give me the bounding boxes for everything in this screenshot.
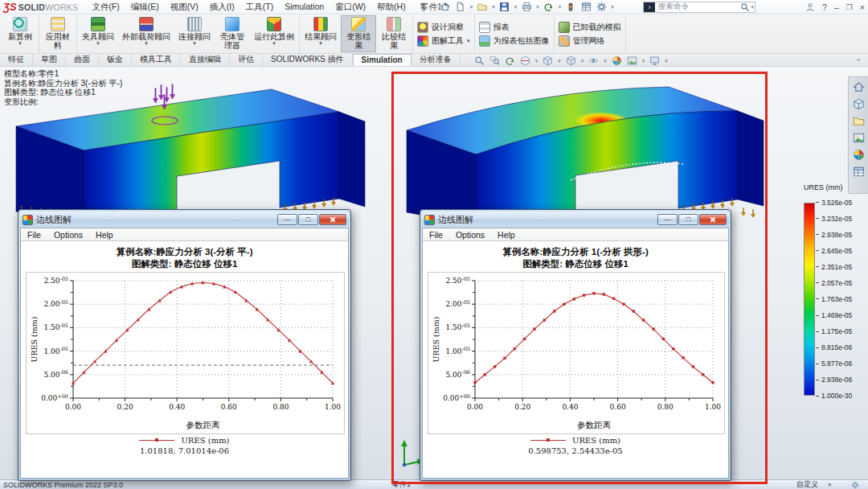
compare-results-button[interactable]: 比较结 果 [376,15,411,52]
view-settings-monitor-icon[interactable] [649,55,661,66]
fixtures-advisor-button[interactable]: 夹具顾问▾ [78,15,118,52]
menu-插入I[interactable]: 插入(I) [204,1,240,14]
menu-帮助H[interactable]: 帮助(H) [371,1,411,14]
restore-button[interactable]: ❐ [846,3,853,11]
connections-advisor-button[interactable]: 连接顾问▾ [174,15,215,52]
plot-tools-button[interactable]: 图解工具▾ [417,35,470,47]
new-study-button[interactable]: 新算例▾ [2,15,38,52]
manage-network-button[interactable]: 管理网络 [559,35,621,47]
fea-model-arched-beam[interactable] [395,71,773,232]
caret-icon: ▾ [665,58,668,64]
home-icon[interactable] [851,80,866,95]
undo-icon[interactable] [542,2,555,13]
appearances-icon[interactable] [851,130,866,146]
tab-草图[interactable]: 草图 [33,53,66,66]
tab-评估[interactable]: 评估 [230,53,263,66]
zoom-fit-icon[interactable] [473,55,485,66]
design-insight-button[interactable]: 设计洞察 [417,22,470,33]
apply-material-button[interactable]: 应用材 料 [40,15,76,52]
dialog-title-bar[interactable]: 边线图解 — □ ✕ [20,212,349,228]
button-label: 已卸载的模拟 [573,22,621,33]
design-library-icon[interactable] [851,97,866,112]
menu-Simulation[interactable]: Simulation [279,1,330,14]
shell-manager-button[interactable]: 壳体管 理器 [215,15,250,52]
search-magnifier-icon[interactable] [740,2,750,12]
dialog-menu-options[interactable]: Options [47,230,89,240]
button-label: 设计洞察 [432,22,464,33]
tab-分析准备[interactable]: 分析准备 [411,53,461,66]
help-button[interactable]: ? [822,2,827,12]
result-color-legend[interactable]: URES (mm) 3.526e-053.232e-052.938e-052.6… [804,183,852,400]
search-input[interactable]: 搜索命令 [655,2,740,12]
dialog-menu-help[interactable]: Help [89,230,120,240]
rebuild-icon[interactable] [564,2,577,13]
tab-直接编辑[interactable]: 直接编辑 [181,53,230,66]
dialog-title-bar[interactable]: 边线图解 — □ ✕ [422,212,729,228]
probe-plot-dialog-left[interactable]: 边线图解 — □ ✕ FileOptionsHelp 算例名称:静应力分析 3(… [18,209,351,481]
close-button[interactable]: ✕ [319,214,346,225]
button-label: 比较结 果 [382,32,406,50]
caret-icon[interactable]: ▾ [828,482,831,488]
search-box[interactable]: › 搜索命令 ▾ [643,2,755,13]
external-loads-advisor-button[interactable]: 外部载荷顾问▾ [118,15,174,52]
collapse-ribbon-icon[interactable]: ⌃ [855,58,862,66]
dialog-menu-options[interactable]: Options [449,230,491,240]
open-icon[interactable] [476,2,489,13]
tab-特征[interactable]: 特征 [0,53,33,66]
include-image-for-report-button[interactable]: 为报表包括图像 [479,35,550,47]
report-button[interactable]: 报表 [479,22,550,33]
search-caret-icon[interactable]: ▾ [751,4,754,10]
menu-文件F[interactable]: 文件(F) [86,1,125,14]
new-document-icon[interactable] [454,2,467,13]
run-this-study-button[interactable]: 运行此算例▾ [250,15,298,52]
offloaded-simulation-button[interactable]: 已卸载的模拟 [559,22,621,33]
close-button[interactable]: × [860,2,865,12]
legend-value-row: 1.469e-05 [816,312,852,319]
section-view-icon[interactable] [519,55,531,66]
display-style-icon[interactable] [565,55,577,66]
deformed-result-button[interactable]: 变形结 果 [341,15,376,52]
file-explorer-icon[interactable] [851,113,866,129]
status-gear-icon[interactable] [850,481,860,489]
hide-show-items-icon[interactable] [588,55,600,66]
minimize-button[interactable]: — [277,214,297,225]
tab-模具工具[interactable]: 模具工具 [132,53,181,66]
tab-曲面[interactable]: 曲面 [66,53,99,66]
ribbon-group: 应用材 料 [39,15,77,52]
scene-icon[interactable] [626,55,638,66]
maximize-button[interactable]: □ [298,214,318,225]
probe-chart[interactable]: 0.000.200.400.600.801.000.00+005.00-061.… [27,273,344,432]
results-advisor-button[interactable]: 结果顾问▾ [301,15,341,52]
status-custom-label[interactable]: 自定义 [796,479,818,489]
maximize-button[interactable]: □ [678,214,698,225]
minimize-button[interactable]: – [834,2,839,12]
save-icon[interactable] [498,2,511,13]
tab-Simulation[interactable]: Simulation [353,54,411,66]
view-orientation-cube-icon[interactable] [542,55,554,66]
menu-视图V[interactable]: 视图(V) [165,1,204,14]
properties-icon[interactable] [579,2,592,13]
custom-properties-icon[interactable] [851,164,866,179]
user-icon[interactable] [805,2,815,12]
dialog-menu-help[interactable]: Help [491,230,522,240]
close-button[interactable]: ✕ [699,214,727,225]
tab-SOLIDWORKS 插件[interactable]: SOLIDWORKS 插件 [263,53,353,66]
minimize-button[interactable]: — [657,214,678,225]
menu-编辑E[interactable]: 编辑(E) [125,1,165,14]
previous-view-icon[interactable] [504,55,516,66]
ds-logo-glyph: ƷS [3,1,17,13]
zoom-area-icon[interactable] [489,55,501,66]
menu-工具T[interactable]: 工具(T) [240,1,279,14]
svg-text:1.00: 1.00 [705,403,721,411]
appearance-ball-icon[interactable] [851,147,866,162]
dialog-menu-file[interactable]: File [21,230,47,240]
appearance-ball-icon[interactable] [611,55,623,66]
menu-窗口W[interactable]: 窗口(W) [330,1,371,14]
tab-钣金[interactable]: 钣金 [99,53,132,66]
dialog-menu-file[interactable]: File [423,230,449,240]
chart-legend: URES (mm) [26,434,343,446]
options-gear-icon[interactable] [595,2,608,13]
probe-plot-dialog-right[interactable]: 边线图解 — □ ✕ FileOptionsHelp 算例名称:静应力分析 1(… [420,209,731,481]
print-icon[interactable] [520,2,533,13]
probe-chart[interactable]: 0.000.200.400.600.801.000.00+005.00-061.… [428,273,724,432]
